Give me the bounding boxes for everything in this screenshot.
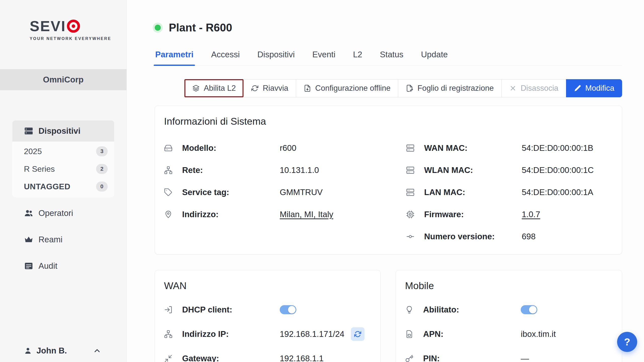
modifica-label: Modifica: [585, 84, 614, 93]
abilita-l2-button[interactable]: Abilita L2: [184, 79, 244, 97]
log-in-icon: [164, 305, 174, 314]
page-header: Plant - R600: [155, 20, 622, 36]
modello-label: Modello:: [182, 143, 280, 153]
cpu-icon: [406, 210, 416, 219]
tab-update[interactable]: Update: [421, 50, 448, 65]
modifica-button[interactable]: Modifica: [566, 79, 622, 97]
group-count-badge: 0: [96, 182, 108, 192]
row-pin: PIN: —: [405, 346, 613, 362]
device-toolbar: Abilita L2 Riavvia Configurazione offlin…: [155, 79, 622, 97]
brand-logo: SEVI YOUR NETWORK EVERYWHERE: [30, 18, 127, 41]
server-icon: [406, 188, 416, 197]
riavvia-label: Riavvia: [263, 84, 288, 93]
tab-parametri[interactable]: Parametri: [155, 50, 194, 65]
indirizzo-link[interactable]: Milan, MI, Italy: [280, 210, 333, 219]
sidebar-item-dispositivi[interactable]: Dispositivi: [12, 120, 114, 142]
service-tag-value: GMMTRUV: [280, 188, 323, 197]
row-modello: Modello: r600: [164, 137, 406, 159]
row-lan-mac: LAN MAC: 54:DE:D0:00:00:1A: [406, 181, 613, 203]
group-label: UNTAGGED: [24, 182, 96, 191]
wan-mac-value: 54:DE:D0:00:00:1B: [522, 143, 593, 153]
row-abilitato: Abilitato:: [405, 297, 613, 322]
disassocia-label: Disassocia: [521, 84, 558, 93]
sidebar-item-label: Dispositivi: [38, 126, 80, 136]
online-status-dot: [155, 25, 161, 31]
rete-label: Rete:: [182, 165, 280, 175]
sidebar: SEVI YOUR NETWORK EVERYWHERE OmniCorp Di…: [0, 0, 127, 362]
lan-mac-value: 54:DE:D0:00:00:1A: [522, 188, 593, 197]
network-icon: [164, 166, 174, 175]
foglio-registrazione-button[interactable]: Foglio di registrazione: [398, 79, 501, 97]
row-service-tag: Service tag: GMMTRUV: [164, 181, 406, 203]
configurazione-offline-button[interactable]: Configurazione offline: [296, 79, 398, 97]
refresh-icon: [354, 330, 361, 338]
group-count-badge: 2: [96, 164, 108, 174]
wan-mac-label: WAN MAC:: [424, 143, 522, 153]
tab-accessi[interactable]: Accessi: [211, 50, 240, 65]
network-icon: [164, 330, 174, 339]
tab-bar: Parametri Accessi Dispositivi Eventi L2 …: [155, 50, 622, 66]
pin-value: —: [521, 354, 529, 362]
numero-versione-label: Numero versione:: [424, 232, 522, 241]
configurazione-offline-label: Configurazione offline: [315, 84, 390, 93]
wlan-mac-value: 54:DE:D0:00:00:1C: [522, 165, 594, 175]
sidebar-group-untagged[interactable]: UNTAGGED 0: [12, 178, 114, 195]
devices-nav-block: Dispositivi 2025 3 R Series 2 UNTAGGED 0: [12, 120, 114, 197]
key-icon: [405, 354, 415, 362]
dhcp-client-toggle[interactable]: [280, 305, 296, 314]
row-rete: Rete: 10.131.1.0: [164, 159, 406, 181]
riavvia-button[interactable]: Riavvia: [243, 79, 296, 97]
pin-label: PIN:: [423, 354, 521, 362]
main-content: Plant - R600 Parametri Accessi Dispositi…: [127, 0, 644, 362]
sidebar-item-label: Reami: [38, 235, 62, 244]
crown-icon: [24, 235, 33, 244]
row-numero-versione: Numero versione: 698: [406, 225, 613, 248]
apn-label: APN:: [423, 329, 521, 339]
row-wan-mac: WAN MAC: 54:DE:D0:00:00:1B: [406, 137, 613, 159]
sidebar-item-operatori[interactable]: Operatori: [12, 203, 114, 224]
modello-value: r600: [280, 143, 296, 153]
sidebar-item-label: Audit: [38, 261, 57, 271]
sidebar-item-audit[interactable]: Audit: [12, 255, 114, 277]
devices-icon: [24, 126, 33, 136]
audit-list-icon: [24, 261, 33, 271]
brand-text: SEVI: [30, 18, 66, 34]
user-name: John B.: [36, 346, 67, 355]
people-icon: [24, 208, 33, 218]
system-info-title: Informazioni di Sistema: [164, 116, 613, 127]
user-menu[interactable]: John B.: [24, 346, 101, 355]
row-dhcp-client: DHCP client:: [164, 297, 371, 322]
firmware-link[interactable]: 1.0.7: [522, 210, 540, 219]
row-firmware: Firmware: 1.0.7: [406, 203, 613, 225]
lan-mac-label: LAN MAC:: [424, 188, 522, 197]
tab-dispositivi[interactable]: Dispositivi: [257, 50, 295, 65]
renew-ip-button[interactable]: [351, 327, 365, 341]
apn-value: ibox.tim.it: [521, 329, 556, 339]
help-button[interactable]: ?: [617, 332, 637, 352]
tab-status[interactable]: Status: [379, 50, 404, 65]
mobile-title: Mobile: [405, 280, 613, 291]
row-wlan-mac: WLAN MAC: 54:DE:D0:00:00:1C: [406, 159, 613, 181]
sidebar-item-reami[interactable]: Reami: [12, 229, 114, 250]
file-pen-icon: [406, 84, 413, 92]
sidebar-item-label: Operatori: [38, 208, 73, 218]
service-tag-label: Service tag:: [182, 188, 280, 197]
tab-l2[interactable]: L2: [352, 50, 363, 65]
indirizzo-label: Indirizzo:: [182, 210, 280, 219]
row-indirizzo: Indirizzo: Milan, MI, Italy: [164, 203, 406, 225]
mobile-enabled-toggle[interactable]: [521, 305, 537, 314]
org-name: OmniCorp: [0, 69, 127, 90]
group-label: R Series: [24, 164, 96, 174]
sidebar-group-2025[interactable]: 2025 3: [12, 143, 114, 160]
group-label: 2025: [24, 147, 96, 156]
tab-eventi[interactable]: Eventi: [312, 50, 336, 65]
restart-icon: [251, 84, 259, 92]
disassocia-button[interactable]: Disassocia: [501, 79, 566, 97]
rete-value: 10.131.1.0: [280, 165, 319, 175]
chevron-up-icon[interactable]: [93, 346, 101, 355]
wan-card: WAN DHCP client:: [155, 270, 381, 362]
foglio-registrazione-label: Foglio di registrazione: [417, 84, 494, 93]
device-groups: 2025 3 R Series 2 UNTAGGED 0: [12, 142, 114, 197]
sidebar-group-r-series[interactable]: R Series 2: [12, 160, 114, 178]
version-commit-icon: [406, 232, 416, 241]
